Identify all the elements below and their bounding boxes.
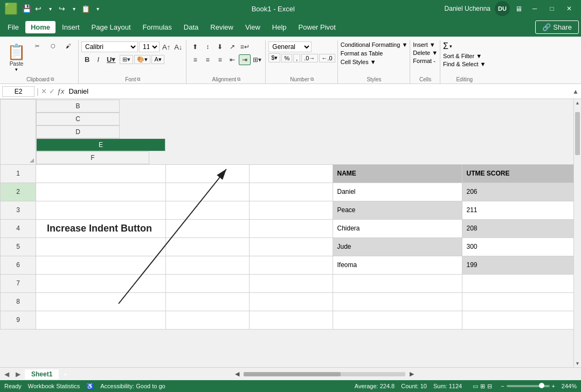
menu-formulas[interactable]: Formulas: [137, 21, 177, 33]
col-header-C[interactable]: C: [36, 113, 120, 125]
percent-button[interactable]: %: [281, 54, 292, 62]
sheet1-tab[interactable]: Sheet1: [25, 369, 59, 379]
grid-cell-E8[interactable]: [333, 292, 462, 311]
scroll-right-button[interactable]: ▶: [410, 370, 414, 377]
more-commands-icon[interactable]: ▾: [93, 4, 102, 13]
zoom-thumb[interactable]: [539, 383, 544, 388]
share-button[interactable]: 🔗 Share: [535, 20, 579, 34]
grid-cell-F5[interactable]: 300: [462, 237, 575, 256]
row-header-1[interactable]: 1: [1, 164, 36, 183]
menu-review[interactable]: Review: [205, 21, 239, 33]
page-layout-view-button[interactable]: ⊞: [480, 383, 485, 390]
user-avatar[interactable]: DU: [495, 1, 510, 16]
menu-file[interactable]: File: [2, 21, 24, 33]
grid-cell-E5[interactable]: Jude: [333, 237, 462, 256]
grid-cell-F7[interactable]: [462, 274, 575, 292]
alignment-expand-icon[interactable]: ⧉: [237, 76, 240, 82]
grid-cell-F1[interactable]: UTME SCORE: [462, 164, 575, 183]
grid-cell-E4[interactable]: Chidera: [333, 219, 462, 237]
row-header-8[interactable]: 8: [1, 292, 36, 311]
customize-qat-icon[interactable]: ▾: [70, 4, 78, 13]
scroll-up-button[interactable]: ▲: [574, 99, 581, 107]
col-header-D[interactable]: D: [36, 125, 120, 138]
horizontal-scroll-thumb[interactable]: [244, 372, 341, 376]
close-button[interactable]: ✕: [562, 3, 577, 15]
menu-insert[interactable]: Insert: [57, 21, 85, 33]
accounting-format-button[interactable]: $▾: [268, 53, 280, 62]
menu-view[interactable]: View: [240, 21, 266, 33]
find-select-button[interactable]: Find & Select ▼: [443, 61, 486, 67]
font-size-select[interactable]: 11: [139, 41, 160, 52]
row-header-4[interactable]: 4: [1, 219, 36, 237]
grid-cell-D1[interactable]: [249, 164, 333, 183]
autosum-button[interactable]: Σ ▾: [443, 41, 452, 51]
col-header-B[interactable]: B: [36, 100, 120, 113]
grid-cell-F9[interactable]: [462, 311, 575, 329]
scroll-left-button[interactable]: ◀: [235, 370, 239, 377]
underline-button[interactable]: U▾: [103, 54, 119, 65]
merge-center-button[interactable]: ⊞▾: [251, 54, 263, 65]
insert-function-icon[interactable]: ƒx: [57, 87, 65, 95]
col-header-E[interactable]: E: [36, 138, 165, 151]
align-left-button[interactable]: ≡: [189, 54, 201, 65]
grid-cell-D9[interactable]: [249, 311, 333, 329]
format-as-table-button[interactable]: Format as Table: [341, 50, 383, 57]
align-right-button[interactable]: ≡: [214, 54, 226, 65]
maximize-button[interactable]: □: [544, 3, 559, 15]
clipboard-expand-icon[interactable]: ⧉: [51, 76, 54, 82]
row-header-5[interactable]: 5: [1, 237, 36, 256]
formula-input[interactable]: [66, 86, 570, 96]
sort-filter-button[interactable]: Sort & Filter ▼: [443, 53, 482, 59]
menu-power-pivot[interactable]: Power Pivot: [293, 21, 341, 33]
scroll-down-button[interactable]: ▼: [574, 360, 581, 367]
grid-cell-D8[interactable]: [249, 292, 333, 311]
decrease-decimal-button[interactable]: ←.0: [319, 54, 335, 62]
increase-font-size-button[interactable]: A↑: [161, 43, 172, 52]
row-header-9[interactable]: 9: [1, 311, 36, 329]
increase-decimal-button[interactable]: .0→: [301, 54, 317, 62]
zoom-in-button[interactable]: +: [552, 383, 555, 389]
grid-cell-D7[interactable]: [249, 274, 333, 292]
decrease-indent-button[interactable]: ⇤: [226, 54, 238, 65]
row-header-3[interactable]: 3: [1, 201, 36, 219]
font-name-select[interactable]: Calibri: [81, 41, 138, 52]
row-header-6[interactable]: 6: [1, 256, 36, 274]
save-icon[interactable]: 💾: [22, 4, 31, 13]
undo-down-icon[interactable]: ▾: [46, 4, 54, 13]
decrease-font-size-button[interactable]: A↓: [172, 43, 184, 52]
bold-button[interactable]: B: [81, 54, 93, 65]
grid-scroll-area[interactable]: B C D E F 1: [0, 99, 581, 367]
grid-cell-E7[interactable]: [333, 274, 462, 292]
col-header-F[interactable]: F: [36, 151, 149, 164]
grid-cell-E3[interactable]: Peace: [333, 201, 462, 219]
copy-button[interactable]: ⬡: [45, 41, 60, 51]
grid-cell-C2[interactable]: [165, 183, 249, 201]
scroll-sheets-right-button[interactable]: ▶: [13, 370, 23, 378]
grid-cell-D2[interactable]: [249, 183, 333, 201]
grid-cell-C6[interactable]: [165, 256, 249, 274]
add-sheet-button[interactable]: +: [63, 370, 67, 379]
font-color-button[interactable]: A▾: [151, 55, 164, 64]
menu-data[interactable]: Data: [178, 21, 204, 33]
grid-cell-F3[interactable]: 211: [462, 201, 575, 219]
border-button[interactable]: ⊞▾: [120, 55, 133, 64]
insert-button[interactable]: Insert ▼: [413, 41, 435, 48]
grid-cell-C7[interactable]: [165, 274, 249, 292]
fill-color-button[interactable]: 🎨▾: [134, 55, 150, 64]
normal-view-button[interactable]: ▭: [473, 383, 478, 390]
middle-align-button[interactable]: ↕: [202, 41, 213, 52]
format-painter-button[interactable]: 🖌: [61, 41, 76, 51]
workbook-stats-button[interactable]: Workbook Statistics: [28, 383, 80, 389]
cancel-formula-icon[interactable]: ✕: [41, 87, 47, 95]
confirm-formula-icon[interactable]: ✓: [49, 87, 55, 95]
minimize-button[interactable]: ─: [527, 3, 542, 15]
grid-cell-D4[interactable]: [249, 219, 333, 237]
grid-cell-C1[interactable]: [165, 164, 249, 183]
grid-cell-B9[interactable]: [36, 311, 166, 329]
delete-button[interactable]: Delete ▼: [413, 50, 438, 56]
italic-button[interactable]: I: [94, 54, 102, 65]
angle-text-button[interactable]: ↗: [226, 41, 238, 52]
grid-cell-C3[interactable]: [165, 201, 249, 219]
align-center-button[interactable]: ≡: [202, 54, 213, 65]
top-align-button[interactable]: ⬆: [189, 41, 201, 52]
